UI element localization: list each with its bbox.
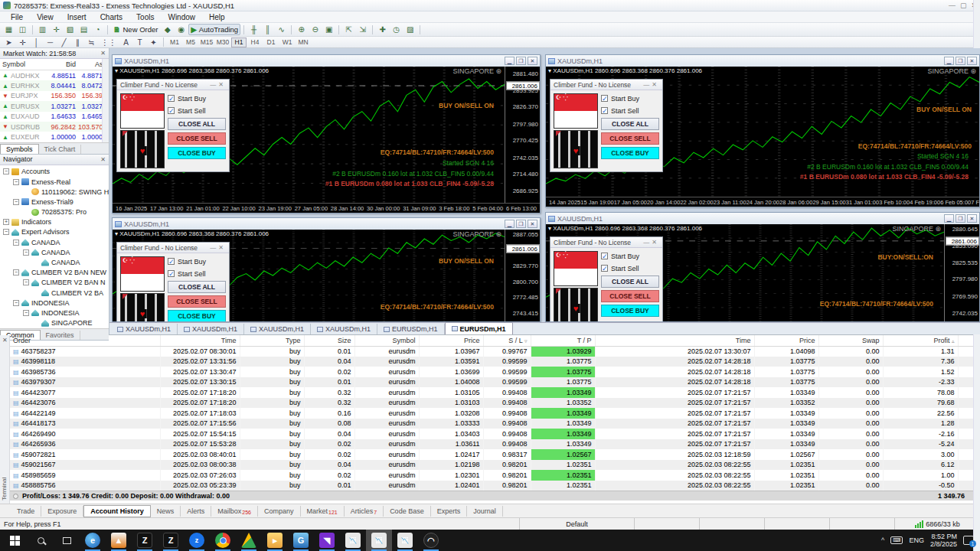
chart-window-1[interactable]: XAUUSDm,H1 ▁❐✕ ▾ XAUUSDm,H1 2860.696 286…	[112, 54, 541, 214]
timeframe-d1[interactable]: D1	[263, 37, 279, 47]
tree-expand-icon[interactable]: −	[13, 300, 19, 306]
checkbox-start-buy[interactable]: ✓Start Buy	[168, 93, 226, 103]
terminal-tab-market[interactable]: Market121	[301, 506, 345, 517]
taskbar-app-explorer[interactable]: ▸	[262, 530, 288, 551]
terminal-close-icon[interactable]: ✕	[2, 337, 8, 344]
chart-close-icon[interactable]: ✕	[967, 57, 977, 65]
history-row[interactable]: ▤4644181732025.02.07 17:15:56buy0.08euru…	[10, 419, 980, 429]
ea-minimize-icon[interactable]: —	[643, 239, 652, 246]
timeframe-m30[interactable]: M30	[215, 37, 230, 47]
terminal-tab-experts[interactable]: Experts	[431, 506, 468, 517]
history-row[interactable]: ▤4639793072025.02.07 13:30:15buy0.01euru…	[10, 377, 980, 388]
ea-minimize-icon[interactable]: —	[210, 81, 218, 88]
language-indicator[interactable]: ENG	[909, 536, 924, 544]
navigator-item[interactable]: 70285375: Pro	[0, 207, 109, 217]
chart-restore-icon[interactable]: ❐	[956, 214, 965, 223]
navigator-item[interactable]: −CANADA	[0, 247, 109, 257]
notification-icon[interactable]: 1	[963, 536, 974, 545]
taskbar-app-capcut2[interactable]: Z	[158, 530, 184, 551]
chart-tab[interactable]: XAUUSDm,H1	[244, 324, 311, 334]
menu-charts[interactable]: Charts	[94, 12, 129, 22]
history-row[interactable]: ▤4644221492025.02.07 17:18:03buy0.16euru…	[10, 408, 980, 419]
navigator-item[interactable]: SINGAPORE	[0, 318, 109, 328]
checkbox-start-sell[interactable]: ✓Start Sell	[601, 106, 659, 116]
tree-expand-icon[interactable]: −	[23, 310, 29, 316]
column-header[interactable]: Size	[304, 335, 354, 346]
chart-tab[interactable]: XAUUSDm,H1	[178, 324, 244, 334]
taskbar-app-mt4-b[interactable]: 📉	[366, 530, 392, 551]
close-all-button[interactable]: CLOSE ALL	[168, 118, 226, 130]
timeframe-h1[interactable]: H1	[231, 37, 247, 47]
history-row[interactable]: ▤4639857362025.02.07 13:30:47buy0.02euru…	[10, 367, 980, 377]
chart-tab[interactable]: EURUSDm,H1	[445, 322, 513, 334]
chart-minimize-icon[interactable]: ▁	[944, 214, 954, 223]
terminal-tab-mailbox[interactable]: Mailbox256	[211, 506, 258, 517]
indicators-icon[interactable]: ✚	[376, 24, 389, 35]
navigator-close-icon[interactable]: ✕	[100, 156, 106, 163]
terminal-icon[interactable]: ▤	[77, 24, 90, 35]
arrows-tool-icon[interactable]: ✦	[147, 37, 160, 48]
close-buy-button[interactable]: CLOSE BUY	[168, 310, 226, 321]
column-header[interactable]: S / L ▿	[483, 335, 531, 346]
terminal-tab-trade[interactable]: Trade	[11, 506, 41, 517]
taskbar-app-idm[interactable]: G	[288, 530, 314, 551]
chart-window-titlebar[interactable]: XAUUSDm,H1 ▁❐✕	[113, 55, 540, 67]
checkbox-start-sell[interactable]: ✓Start Sell	[168, 106, 226, 116]
bar-chart-icon[interactable]: ╫	[247, 24, 260, 35]
history-row[interactable]: ▤4639981182025.02.07 13:31:56buy0.04euru…	[10, 357, 980, 367]
new-chart-icon[interactable]: ▦	[2, 24, 15, 35]
ea-minimize-icon[interactable]: —	[643, 81, 652, 88]
chart-tab[interactable]: XAUUSDm,H1	[111, 324, 178, 334]
tree-expand-icon[interactable]: −	[23, 249, 29, 256]
taskbar-app-dark-app[interactable]: ◠	[418, 530, 444, 551]
ea-panel[interactable]: Climber Fund - No License—✕ ☪ ⁛ ✓Start B…	[116, 242, 230, 321]
market-watch-icon[interactable]: ▥	[36, 24, 49, 35]
navigator-item[interactable]: 110119062: SWING H	[0, 187, 109, 197]
navigator-item[interactable]: −CLIMBER V2 BAN N	[0, 278, 109, 288]
close-sell-button[interactable]: CLOSE SELL	[601, 132, 659, 145]
periods-icon[interactable]: ◷	[390, 24, 403, 35]
chart-minimize-icon[interactable]: ▁	[944, 57, 954, 65]
navigator-item[interactable]: −Exness-Real	[0, 177, 109, 187]
timeframe-m1[interactable]: M1	[167, 37, 182, 47]
chart-restore-icon[interactable]: ❐	[516, 57, 526, 65]
strategy-tester-icon[interactable]: ◔	[91, 24, 104, 35]
ea-close-icon[interactable]: ✕	[218, 81, 226, 88]
navigator-item[interactable]: −INDONESIA	[0, 308, 109, 318]
checkbox-start-sell[interactable]: ✓Start Sell	[168, 269, 226, 279]
ea-minimize-icon[interactable]: —	[210, 244, 218, 251]
checkbox-start-buy[interactable]: ✓Start Buy	[168, 256, 226, 266]
taskbar-app-edge[interactable]: e	[80, 530, 106, 551]
taskbar-app-mt4-c[interactable]: 📉	[392, 530, 418, 551]
navigator-item[interactable]: −Exness-Trial9	[0, 197, 109, 207]
navigator-item[interactable]: −Accounts	[0, 167, 109, 177]
tray-chevron-icon[interactable]: ^	[881, 536, 884, 544]
chart-window-4[interactable]: XAUUSDm,H1 ▁❐✕ ▾ XAUUSDm,H1 2860.696 286…	[545, 212, 980, 322]
taskbar-app-capcut[interactable]: Z	[132, 530, 158, 551]
column-header[interactable]: Type	[240, 335, 304, 346]
history-row[interactable]: ▤4644230762025.02.07 17:18:20buy0.32euru…	[10, 398, 980, 409]
timeframe-mn[interactable]: MN	[296, 37, 311, 47]
terminal-tab-journal[interactable]: Journal	[467, 506, 503, 517]
market-watch-row[interactable]: ▲AUDHKX 4.88511 4.88716	[0, 70, 109, 80]
navigator-item[interactable]: −Expert Advisors	[0, 227, 109, 237]
history-center-icon[interactable]: ◆	[161, 24, 174, 35]
close-sell-button[interactable]: CLOSE SELL	[601, 290, 659, 302]
chart-tab[interactable]: EURUSDm,H1	[377, 324, 445, 334]
chart-close-icon[interactable]: ✕	[528, 220, 537, 228]
taskbar-app-zalo[interactable]: z	[184, 530, 210, 551]
history-row[interactable]: ▤4642659362025.02.07 15:53:28buy0.02euru…	[10, 439, 980, 450]
new-order-button[interactable]: 🗎New Order	[111, 24, 160, 35]
terminal-tab-account-history[interactable]: Account History	[83, 505, 151, 517]
column-header[interactable]: Price	[419, 335, 483, 346]
touch-keyboard-icon[interactable]: ⌨	[890, 536, 903, 544]
ea-close-icon[interactable]: ✕	[218, 244, 226, 251]
taskbar-clock[interactable]: 8:52 PM2/8/2025	[930, 533, 957, 549]
terminal-tab-alerts[interactable]: Alerts	[181, 506, 211, 517]
arrange-up-icon[interactable]: ⇱	[342, 24, 355, 35]
market-watch-row[interactable]: ▲EUXAUD 1.64633 1.64659	[0, 112, 109, 122]
candle-chart-icon[interactable]: ║	[261, 24, 274, 35]
history-row[interactable]: ▤4588857562025.02.03 05:23:39buy0.01euru…	[10, 481, 980, 491]
taskbar-app-drive[interactable]	[236, 530, 262, 551]
column-header[interactable]: Time	[160, 335, 240, 346]
